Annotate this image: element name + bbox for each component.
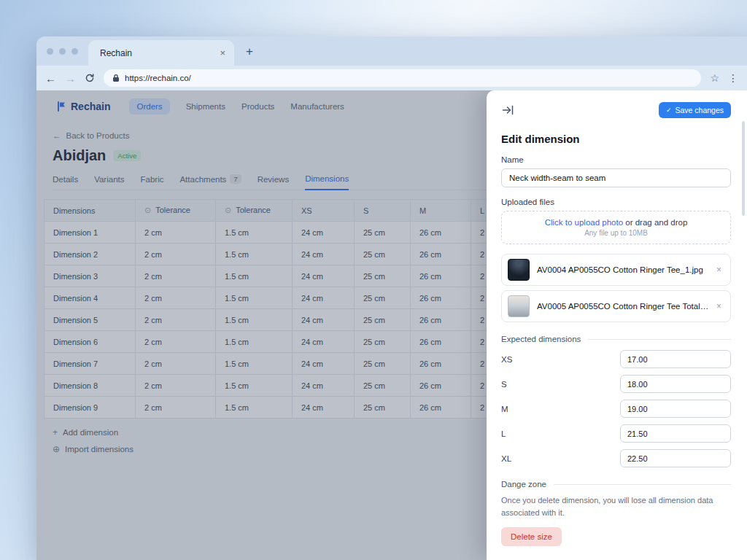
app-viewport: Rechain Orders Shipments Products Manufa…	[36, 90, 747, 560]
size-row-m: M	[501, 400, 731, 418]
reload-icon[interactable]	[85, 73, 95, 83]
uploaded-files-label: Uploaded files	[501, 198, 731, 206]
file-name: AV0005 AP0055CO Cotton Ringer Tee Totall…	[537, 302, 709, 311]
browser-tab-strip: Rechain × +	[36, 36, 747, 66]
upload-rest-text: or drag and drop	[623, 218, 687, 227]
drawer-scrollbar[interactable]	[742, 121, 745, 216]
collapse-panel-icon[interactable]	[501, 104, 514, 117]
file-card: AV0005 AP0055CO Cotton Ringer Tee Totall…	[501, 290, 731, 322]
size-label-m: M	[501, 405, 508, 413]
file-thumbnail	[508, 295, 530, 317]
back-icon[interactable]: ←	[45, 73, 56, 84]
size-label-xs: XS	[501, 355, 512, 364]
size-row-xs: XS	[501, 350, 731, 368]
new-tab-button[interactable]: +	[246, 45, 253, 58]
address-bar[interactable]: https://rechain.co/	[104, 69, 701, 87]
browser-menu-icon[interactable]: ⋮	[728, 72, 738, 84]
upload-dropzone[interactable]: Click to upload photo or drag and drop A…	[501, 211, 731, 244]
tab-close-icon[interactable]: ×	[220, 48, 225, 58]
upload-instruction: Click to upload photo or drag and drop	[506, 218, 726, 227]
size-label-l: L	[501, 429, 506, 438]
file-card: AV0004 AP0055CO Cotton Ringer Tee_1.jpg …	[501, 254, 731, 286]
window-control-dot[interactable]	[59, 48, 66, 55]
size-row-s: S	[501, 375, 731, 393]
desktop-background: Rechain × + ← → https://rechain.co/ ☆ ⋮	[0, 0, 747, 560]
name-label: Name	[501, 155, 731, 164]
file-thumbnail	[508, 259, 530, 281]
lock-icon	[112, 74, 120, 82]
url-text: https://rechain.co/	[125, 74, 191, 82]
window-control-dot[interactable]	[47, 48, 53, 55]
name-input[interactable]	[501, 168, 731, 187]
remove-file-icon[interactable]: ×	[716, 302, 721, 311]
size-input-xl[interactable]	[620, 449, 731, 467]
save-changes-label: Save changes	[675, 106, 724, 114]
size-label-xl: XL	[501, 454, 511, 463]
tab-title: Rechain	[100, 48, 214, 58]
forward-icon[interactable]: →	[65, 73, 76, 84]
size-row-l: L	[501, 424, 731, 443]
file-name: AV0004 AP0055CO Cotton Ringer Tee_1.jpg	[537, 265, 709, 274]
browser-toolbar: ← → https://rechain.co/ ☆ ⋮	[36, 66, 747, 90]
save-changes-button[interactable]: ✓ Save changes	[659, 102, 731, 118]
size-input-m[interactable]	[620, 400, 731, 418]
delete-size-button[interactable]: Delete size	[501, 527, 562, 546]
danger-zone-section-label: Dange zone	[501, 480, 731, 489]
upload-hint: Any file up to 10MB	[506, 229, 726, 237]
drawer-title: Edit dimension	[501, 133, 731, 145]
remove-file-icon[interactable]: ×	[716, 265, 721, 274]
size-input-xs[interactable]	[620, 350, 731, 368]
upload-cta-link[interactable]: Click to upload photo	[545, 218, 623, 227]
size-row-xl: XL	[501, 449, 731, 467]
size-input-s[interactable]	[620, 375, 731, 393]
edit-dimension-drawer: ✓ Save changes Edit dimension Name Uploa…	[487, 90, 747, 560]
uploaded-file-list: AV0004 AP0055CO Cotton Ringer Tee_1.jpg …	[501, 254, 731, 322]
check-icon: ✓	[666, 106, 672, 114]
danger-zone-description: Once you delete dimension, you will lose…	[501, 494, 724, 519]
browser-window: Rechain × + ← → https://rechain.co/ ☆ ⋮	[36, 36, 747, 560]
size-label-s: S	[501, 380, 507, 389]
window-controls[interactable]	[36, 48, 88, 55]
bookmark-star-icon[interactable]: ☆	[710, 72, 719, 84]
browser-tab[interactable]: Rechain ×	[88, 40, 234, 66]
expected-dimensions-section-label: Expected dimensions	[501, 335, 731, 343]
size-input-l[interactable]	[620, 424, 731, 443]
window-control-dot[interactable]	[71, 48, 78, 55]
drawer-header: ✓ Save changes	[501, 99, 731, 121]
